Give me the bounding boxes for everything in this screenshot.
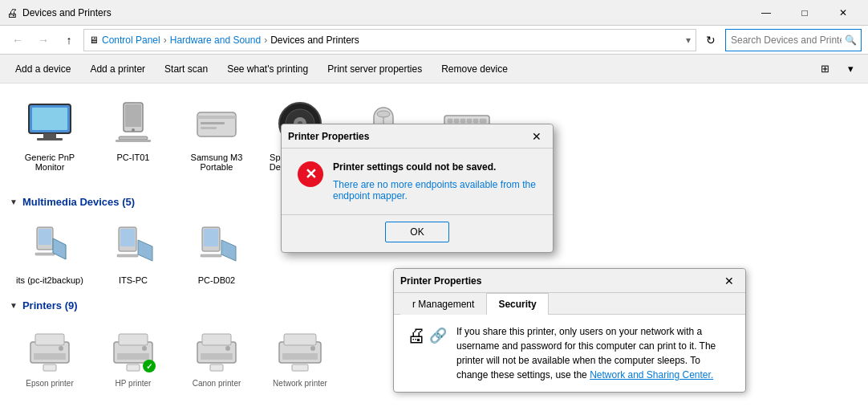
sharing-dialog-titlebar: Printer Properties ✕: [394, 269, 745, 293]
svg-rect-21: [448, 119, 452, 123]
view-dropdown-button[interactable]: ▾: [839, 58, 862, 80]
printer-dialog-close-button[interactable]: ✕: [527, 128, 546, 144]
search-icon: 🔍: [845, 35, 857, 46]
svg-rect-46: [35, 334, 64, 345]
see-whats-printing-button[interactable]: See what's printing: [218, 58, 317, 80]
error-sub: There are no more endpoints available fr…: [333, 179, 537, 201]
device-samsung-m3[interactable]: Samsung M3 Portable: [176, 90, 257, 189]
svg-rect-3: [37, 138, 63, 140]
error-row: ✕ Printer settings could not be saved. T…: [298, 161, 537, 201]
printer-share-icon: 🖨: [407, 324, 426, 347]
title-bar: 🖨 Devices and Printers — □ ✕: [0, 0, 868, 26]
svg-rect-43: [201, 254, 221, 257]
multimedia-section-label: Multimedia Devices (5): [22, 196, 135, 208]
breadcrumb-control-panel[interactable]: Control Panel: [102, 35, 160, 46]
sharing-dialog-title: Printer Properties: [400, 275, 720, 287]
window-controls: — □ ✕: [748, 0, 862, 26]
pc-icon: [107, 98, 159, 149]
sharing-dialog-close-button[interactable]: ✕: [720, 273, 739, 289]
svg-rect-34: [35, 253, 55, 255]
svg-rect-5: [125, 104, 141, 127]
printer-item-1[interactable]: Epson printer: [10, 316, 90, 396]
ok-button[interactable]: OK: [385, 222, 449, 242]
printers-section-label: Printers (9): [22, 299, 78, 311]
device-pc-it01[interactable]: PC-IT01: [93, 90, 173, 189]
printer-svg-4: [274, 324, 326, 376]
device-generic-pnp-monitor[interactable]: Generic PnP Monitor: [10, 90, 90, 189]
window-title: Devices and Printers: [22, 7, 748, 18]
svg-rect-52: [117, 353, 149, 360]
netpc-icon-2: [107, 221, 159, 272]
printer-item-3[interactable]: Canon printer: [176, 316, 257, 396]
breadcrumb-sep-1: ›: [164, 35, 167, 46]
svg-rect-63: [284, 334, 316, 345]
svg-rect-25: [473, 119, 478, 123]
close-button[interactable]: ✕: [825, 0, 862, 26]
svg-marker-44: [221, 240, 236, 261]
print-server-properties-button[interactable]: Print server properties: [318, 58, 431, 80]
svg-rect-2: [43, 133, 56, 138]
add-device-button[interactable]: Add a device: [6, 58, 79, 80]
printer-item-4[interactable]: Network printer: [260, 316, 340, 396]
svg-rect-47: [34, 353, 66, 360]
tab-security[interactable]: Security: [486, 293, 548, 315]
printer-svg-1: [24, 324, 75, 376]
back-button[interactable]: ←: [6, 29, 29, 51]
svg-rect-1: [32, 108, 67, 130]
svg-rect-11: [201, 122, 225, 124]
breadcrumb-dropdown-icon[interactable]: ▾: [686, 35, 691, 46]
device-pc-db02[interactable]: PC-DB02: [176, 213, 257, 293]
breadcrumb-current: Devices and Printers: [270, 35, 359, 46]
app-icon: 🖨: [6, 6, 18, 19]
svg-point-66: [310, 346, 315, 351]
netpc-icon-3: [191, 221, 242, 272]
maximize-button[interactable]: □: [786, 0, 823, 26]
svg-rect-59: [201, 353, 233, 360]
svg-marker-40: [138, 240, 152, 261]
up-button[interactable]: ↑: [58, 29, 80, 51]
sharing-row: 🖨 🔗 If you share this printer, only user…: [407, 324, 732, 382]
breadcrumb: 🖥 Control Panel › Hardware and Sound › D…: [83, 29, 696, 51]
breadcrumb-icon: 🖥: [89, 35, 99, 46]
search-input[interactable]: [725, 29, 862, 51]
printer-item-2[interactable]: ✓ HP printer: [93, 316, 173, 396]
breadcrumb-hardware[interactable]: Hardware and Sound: [170, 35, 261, 46]
printer-icon-2: ✓: [107, 324, 159, 376]
printer-label-4: Network printer: [273, 379, 327, 388]
monitor-icon: [24, 98, 75, 149]
svg-rect-48: [43, 364, 56, 371]
svg-rect-38: [120, 229, 135, 246]
view-toggle-button[interactable]: ⊞: [813, 58, 836, 80]
device-its-pc[interactable]: ITS-PC: [93, 213, 173, 293]
error-title: Printer settings could not be saved.: [333, 161, 537, 173]
remove-device-button[interactable]: Remove device: [432, 58, 517, 80]
start-scan-button[interactable]: Start scan: [156, 58, 217, 80]
svg-point-54: [142, 346, 147, 351]
printer-svg-3: [191, 324, 242, 376]
svg-rect-64: [282, 353, 318, 360]
sharing-dialog-body: 🖨 🔗 If you share this printer, only user…: [394, 315, 745, 392]
svg-rect-26: [480, 119, 486, 123]
forward-button[interactable]: →: [32, 29, 55, 51]
svg-rect-58: [202, 334, 231, 345]
sharing-network-link[interactable]: Network and Sharing Center.: [590, 369, 713, 381]
svg-rect-12: [201, 127, 217, 129]
printer-dialog-body: ✕ Printer settings could not be saved. T…: [282, 149, 553, 214]
add-printer-button[interactable]: Add a printer: [81, 58, 154, 80]
refresh-button[interactable]: ↻: [700, 29, 722, 51]
minimize-button[interactable]: —: [748, 0, 785, 26]
svg-point-6: [132, 128, 135, 132]
svg-rect-23: [460, 119, 465, 123]
address-bar: ← → ↑ 🖥 Control Panel › Hardware and Sou…: [0, 26, 868, 55]
printer-icon-4: [274, 324, 326, 376]
svg-point-61: [225, 346, 230, 351]
hdd-icon: [191, 98, 242, 149]
search-wrapper: 🔍: [725, 29, 862, 51]
svg-rect-65: [292, 364, 308, 371]
breadcrumb-sep-2: ›: [264, 35, 267, 46]
svg-rect-39: [117, 254, 138, 257]
device-its-pc-it2backup[interactable]: its (pc-it2backup): [10, 213, 90, 293]
share-link-icon: 🔗: [429, 327, 447, 344]
tab-management[interactable]: r Management: [400, 293, 486, 315]
netpc-icon-1: [24, 221, 75, 272]
